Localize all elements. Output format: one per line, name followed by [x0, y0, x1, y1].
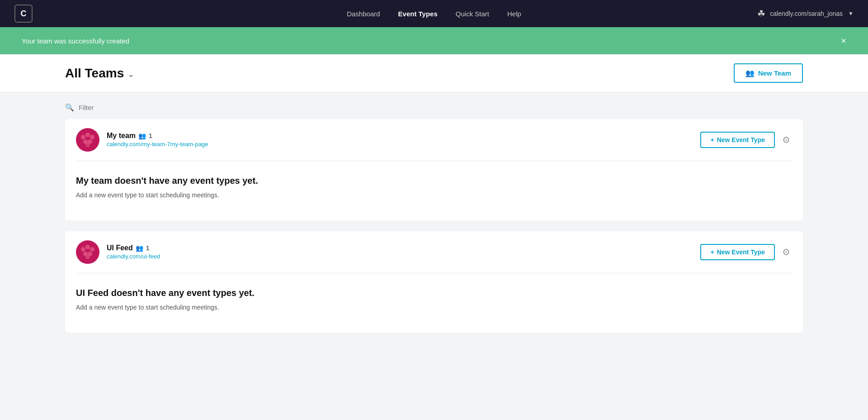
new-event-type-button-ui-feed[interactable]: + New Event Type	[700, 244, 775, 260]
team-link-ui-feed[interactable]: calendly.com/ui-feed	[107, 253, 160, 260]
page-title: All Teams	[65, 66, 124, 81]
team-section-my-team: My team 👥 1 calendly.com/my-team-7my-tea…	[65, 119, 803, 220]
svg-point-2	[85, 133, 90, 137]
team-name-ui-feed: UI Feed	[107, 244, 133, 252]
navbar-right: ☘ calendly.com/sarah_jonas ▼	[757, 8, 854, 19]
logo[interactable]: C	[14, 5, 33, 23]
nav-help[interactable]: Help	[507, 10, 521, 18]
new-team-label: New Team	[758, 69, 791, 77]
svg-point-6	[85, 143, 90, 147]
section-gap	[65, 220, 803, 231]
team-name-my-team: My team	[107, 132, 136, 140]
settings-button-ui-feed[interactable]: ⚙	[780, 245, 792, 259]
svg-point-13	[85, 255, 90, 259]
svg-point-7	[77, 241, 99, 263]
team-empty-my-team: My team doesn't have any event types yet…	[65, 161, 803, 220]
main-content: 🔍 My team	[0, 92, 868, 351]
svg-point-8	[81, 247, 85, 252]
svg-point-1	[81, 135, 85, 139]
team-empty-subtitle-my-team: Add a new event type to start scheduling…	[76, 191, 792, 199]
team-members-count-ui-feed: 1	[146, 244, 150, 252]
filter-bar: 🔍	[65, 92, 803, 119]
user-icon: ☘	[757, 8, 765, 19]
bottom-spacer	[65, 333, 803, 351]
page-title-chevron-icon: ⌄	[127, 69, 134, 79]
team-header-ui-feed: UI Feed 👥 1 calendly.com/ui-feed + New E…	[65, 231, 803, 273]
team-empty-title-my-team: My team doesn't have any event types yet…	[76, 176, 792, 186]
navbar: C Dashboard Event Types Quick Start Help…	[0, 0, 868, 27]
team-members-icon-my-team: 👥	[138, 132, 146, 139]
nav-links: Dashboard Event Types Quick Start Help	[347, 10, 521, 18]
success-message: Your team was successfully created	[22, 37, 129, 45]
new-event-label-my-team: New Event Type	[717, 136, 765, 143]
plus-icon-my-team: +	[710, 136, 714, 143]
page-title-group[interactable]: All Teams ⌄	[65, 66, 134, 81]
team-header-my-team: My team 👥 1 calendly.com/my-team-7my-tea…	[65, 119, 803, 161]
team-empty-ui-feed: UI Feed doesn't have any event types yet…	[65, 273, 803, 333]
nav-dashboard[interactable]: Dashboard	[347, 10, 380, 18]
team-info-ui-feed: UI Feed 👥 1 calendly.com/ui-feed	[76, 240, 160, 264]
team-members-count-my-team: 1	[149, 132, 152, 139]
svg-point-3	[90, 135, 94, 139]
team-details-my-team: My team 👥 1 calendly.com/my-team-7my-tea…	[107, 132, 208, 148]
svg-point-10	[90, 247, 94, 252]
team-section-ui-feed: UI Feed 👥 1 calendly.com/ui-feed + New E…	[65, 231, 803, 333]
team-actions-ui-feed: + New Event Type ⚙	[700, 244, 792, 260]
team-avatar-ui-feed	[76, 240, 99, 264]
success-banner: Your team was successfully created ×	[0, 27, 868, 54]
team-members-icon-ui-feed: 👥	[136, 244, 143, 252]
username-label: calendly.com/sarah_jonas	[770, 10, 843, 17]
team-empty-title-ui-feed: UI Feed doesn't have any event types yet…	[76, 288, 792, 298]
team-empty-subtitle-ui-feed: Add a new event type to start scheduling…	[76, 304, 792, 311]
team-avatar-my-team	[76, 128, 99, 152]
banner-close-button[interactable]: ×	[841, 36, 846, 45]
user-dropdown-chevron[interactable]: ▼	[848, 10, 854, 17]
svg-point-9	[85, 245, 90, 249]
nav-quick-start[interactable]: Quick Start	[456, 10, 489, 18]
logo-text: C	[21, 9, 27, 19]
new-event-label-ui-feed: New Event Type	[717, 248, 765, 256]
team-details-ui-feed: UI Feed 👥 1 calendly.com/ui-feed	[107, 244, 160, 260]
settings-button-my-team[interactable]: ⚙	[780, 133, 792, 147]
new-event-type-button-my-team[interactable]: + New Event Type	[700, 132, 775, 148]
new-team-icon: 👥	[745, 69, 755, 77]
team-link-my-team[interactable]: calendly.com/my-team-7my-team-page	[107, 141, 208, 148]
svg-point-0	[77, 129, 99, 151]
nav-event-types[interactable]: Event Types	[398, 10, 438, 18]
page-header: All Teams ⌄ 👥 New Team	[0, 54, 868, 92]
team-actions-my-team: + New Event Type ⚙	[700, 132, 792, 148]
plus-icon-ui-feed: +	[710, 248, 714, 256]
new-team-button[interactable]: 👥 New Team	[734, 63, 803, 83]
team-info-my-team: My team 👥 1 calendly.com/my-team-7my-tea…	[76, 128, 208, 152]
filter-input[interactable]	[79, 104, 169, 111]
search-icon: 🔍	[65, 103, 74, 112]
